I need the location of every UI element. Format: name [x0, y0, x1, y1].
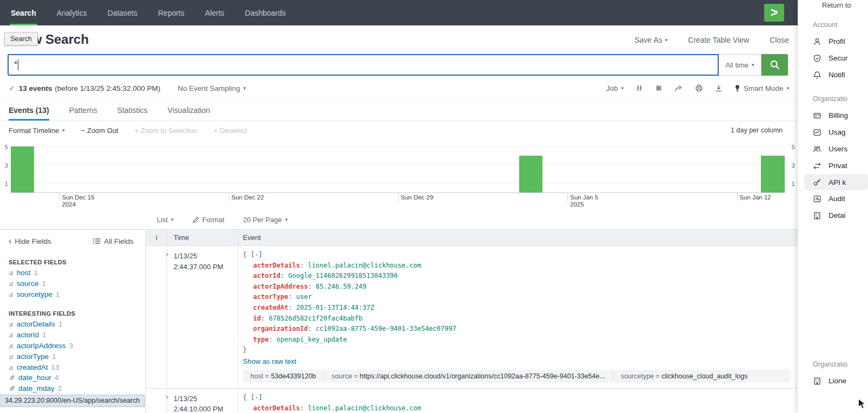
event-timestamp: 2:44:37.000 PM [174, 262, 238, 272]
collapse-toggle[interactable]: [-] [250, 394, 262, 401]
field-actoripaddress[interactable]: aactorIpAddress3 [9, 341, 145, 351]
selected-fields-list: ahost1 asource1 asourcetype1 [9, 268, 145, 299]
field-actordetails[interactable]: aactorDetails1 [9, 319, 145, 330]
field-date-hour[interactable]: #date_hour4 [9, 372, 145, 383]
stop-button[interactable] [655, 84, 662, 92]
json-value[interactable]: openapi_key_update [276, 336, 347, 343]
json-value[interactable]: 2025-01-13T14:44:37Z [296, 304, 374, 311]
show-raw-text-link[interactable]: Show as raw text [243, 357, 296, 365]
field-sourcetype[interactable]: asourcetype1 [9, 289, 145, 300]
collapse-toggle[interactable]: [-] [250, 251, 262, 258]
json-value[interactable]: 678526d582c1f20fac4babfb [269, 315, 362, 322]
format-timeline-menu[interactable]: Format Timeline▾ [9, 126, 65, 135]
event-sampling-menu[interactable]: No Event Sampling▾ [177, 84, 246, 92]
field-actorid[interactable]: aactorId1 [9, 330, 145, 341]
save-as-button[interactable]: Save As▾ [634, 36, 667, 44]
panel-item-notifications[interactable]: Notifi [798, 66, 868, 83]
meta-sourcetype[interactable]: sourcetype = clickhouse_cloud_audit_logs [613, 372, 756, 380]
per-page-menu[interactable]: 20 Per Page▾ [243, 216, 288, 224]
view-mode-menu[interactable]: List▾ [157, 216, 174, 224]
format-results-button[interactable]: Format [192, 216, 224, 224]
timeline-bar[interactable] [11, 146, 34, 192]
events-list: i Time Event › 1/13/25 2:44:37.000 PM { … [146, 230, 798, 413]
print-button[interactable] [695, 84, 703, 92]
panel-item-security[interactable]: Secur [798, 50, 868, 66]
meta-source[interactable]: source = https://api.clickhouse.cloud/v1… [323, 372, 613, 380]
json-value[interactable]: lionel.palacin@clickhouse.com [308, 404, 421, 412]
field-host[interactable]: ahost1 [9, 268, 145, 278]
panel-item-billing[interactable]: Billing [798, 107, 868, 124]
field-source[interactable]: asource1 [9, 278, 145, 289]
hide-fields-button[interactable]: ‹Hide Fields [9, 236, 51, 246]
field-createdat[interactable]: acreatedAt13 [9, 362, 145, 373]
nav-item-alerts[interactable]: Alerts [205, 0, 224, 25]
nav-item-search[interactable]: Search [11, 0, 36, 25]
json-key[interactable]: actorId [253, 272, 281, 279]
export-button[interactable] [715, 84, 723, 92]
return-to-link[interactable]: Return to [822, 1, 868, 9]
pause-button[interactable] [635, 84, 643, 92]
json-value[interactable]: lionel.palacin@clickhouse.com [308, 262, 421, 269]
json-value[interactable]: cc1092aa-8775-459e-9401-33e54ec07997 [316, 325, 456, 332]
tab-patterns[interactable]: Patterns [69, 106, 97, 121]
json-value[interactable]: user [296, 293, 312, 301]
search-input[interactable]: * [8, 54, 719, 76]
panel-item-api-keys[interactable]: API k [804, 174, 868, 190]
zoom-out-button[interactable]: − Zoom Out [81, 126, 118, 135]
close-button[interactable]: Close [770, 36, 789, 44]
job-menu[interactable]: Job▾ [606, 84, 624, 92]
splunk-logo[interactable]: > [764, 4, 784, 22]
panel-item-users[interactable]: Users [798, 141, 868, 157]
json-key[interactable]: actorDetails [253, 262, 300, 269]
tab-visualization[interactable]: Visualization [168, 106, 210, 121]
json-key[interactable]: type [253, 336, 269, 343]
nav-item-analytics[interactable]: Analytics [57, 0, 87, 25]
x-axis-tick [229, 192, 229, 201]
panel-item-usage[interactable]: Usag [798, 124, 868, 141]
json-key[interactable]: actorType [253, 293, 288, 301]
search-mode-menu[interactable]: Smart Mode ▾ [734, 84, 789, 92]
search-button[interactable] [761, 54, 788, 76]
json-key[interactable]: actorIpAddress [253, 283, 308, 290]
nav-item-reports[interactable]: Reports [158, 0, 184, 25]
json-value[interactable]: 85.246.59.249 [316, 283, 367, 290]
organization-switcher-header: Organizatio [813, 361, 868, 368]
event-2-time[interactable]: 1/13/25 2:44:10.000 PM [167, 389, 238, 413]
tab-statistics[interactable]: Statistics [117, 106, 148, 121]
panel-item-audit[interactable]: Audit [798, 190, 868, 207]
tab-events[interactable]: Events (13) [9, 106, 49, 121]
panel-item-organization[interactable]: Lione [798, 372, 868, 389]
field-actortype[interactable]: aactorType1 [9, 351, 145, 362]
create-table-view-button[interactable]: Create Table View [688, 36, 749, 44]
time-range-picker[interactable]: All time ▾ [719, 54, 761, 76]
x-axis-label: Sun Dec 22 [231, 194, 264, 201]
share-button[interactable] [674, 84, 683, 92]
panel-item-details[interactable]: Detai [798, 207, 868, 224]
meta-host[interactable]: host = 53de4339120b [243, 372, 323, 380]
timeline-bar[interactable] [519, 156, 542, 192]
panel-item-private-endpoints[interactable]: Privat [798, 157, 868, 174]
json-key[interactable]: actorDetails [253, 404, 300, 412]
json-value[interactable]: Google_114602629918513043390 [288, 272, 397, 279]
smart-mode-icon [734, 84, 740, 92]
json-key[interactable]: organizationId [253, 325, 308, 332]
json-key[interactable]: id [253, 315, 261, 322]
timeline-controls: Format Timeline▾ − Zoom Out + Zoom to Se… [0, 121, 798, 139]
zoom-to-selection-button[interactable]: + Zoom to Selection [135, 126, 197, 135]
browser-status-url: 34.29.223.20:8000/en-US/app/search/searc… [0, 395, 145, 407]
deselect-button[interactable]: × Deselect [214, 126, 247, 135]
timeline-plot[interactable]: 113355 [11, 143, 785, 193]
field-date-mday[interactable]: #date_mday2 [9, 383, 145, 394]
organization-items: Billing Usag Users Privat API k Audit De… [798, 107, 868, 224]
json-key[interactable]: createdAt [253, 304, 288, 311]
building-icon [813, 377, 821, 385]
all-fields-button[interactable]: All Fields [93, 237, 134, 245]
organization-switcher-items: Lione [798, 372, 868, 389]
panel-item-profile[interactable]: Profil [798, 33, 868, 50]
x-axis-tick [59, 192, 60, 201]
timeline-bar[interactable] [761, 156, 784, 192]
field-name: source [17, 279, 39, 288]
nav-item-dashboards[interactable]: Dashboards [245, 0, 286, 25]
event-1-time[interactable]: 1/13/25 2:44:37.000 PM [167, 246, 238, 388]
nav-item-datasets[interactable]: Datasets [108, 0, 137, 25]
